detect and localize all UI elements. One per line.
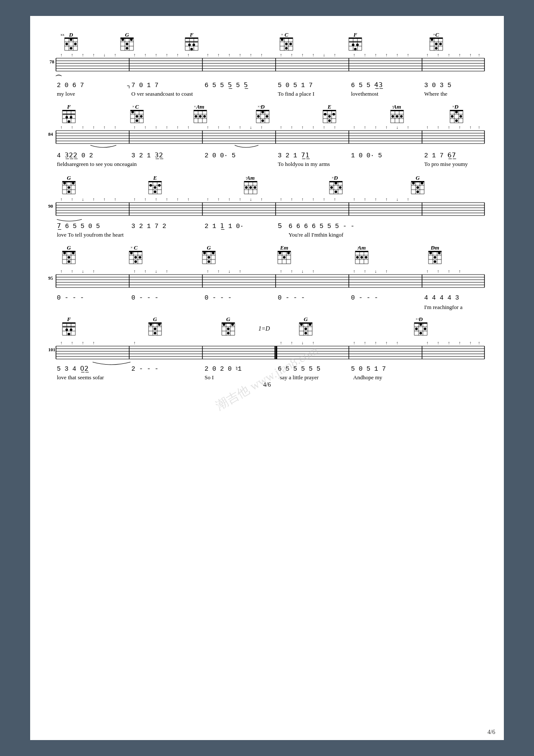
svg-text:↑: ↑ — [353, 125, 355, 130]
svg-text:↑: ↑ — [261, 53, 263, 57]
svg-text:↑: ↑ — [291, 197, 293, 202]
svg-text:78: 78 — [50, 59, 55, 64]
svg-text:↑: ↑ — [280, 197, 282, 202]
svg-text:↑: ↑ — [375, 53, 377, 57]
svg-text:Am: Am — [196, 103, 205, 110]
svg-point-9 — [70, 38, 72, 41]
svg-text:2 1  7  6̲7̲: 2 1 7 6̲7̲ — [424, 152, 456, 159]
svg-text:↑: ↑ — [93, 341, 95, 345]
svg-text:6 6 6 6  5  5 5  -  -: 6 6 6 6 5 5 5 - - — [289, 223, 354, 230]
svg-point-330 — [249, 186, 252, 189]
svg-text:↑: ↑ — [353, 197, 355, 202]
svg-point-598 — [415, 328, 418, 330]
chord-label-G1: G — [125, 31, 129, 38]
svg-text:×: × — [281, 32, 283, 37]
svg-point-203 — [324, 113, 326, 116]
svg-text:love that seems  sofar: love that seems sofar — [57, 374, 104, 381]
svg-text:↑: ↑ — [250, 53, 252, 57]
svg-point-205 — [328, 119, 331, 122]
svg-point-318 — [158, 184, 161, 187]
svg-text:↑: ↑ — [280, 125, 282, 130]
svg-point-230 — [455, 111, 458, 113]
svg-point-61 — [354, 48, 357, 50]
svg-point-315 — [149, 184, 152, 187]
svg-point-193 — [261, 119, 264, 122]
svg-text:↑: ↑ — [448, 125, 450, 130]
svg-text:1 0 0·  5: 1 0 0· 5 — [351, 152, 382, 159]
svg-text:↑: ↑ — [207, 269, 209, 274]
svg-text:↑: ↑ — [448, 53, 450, 57]
svg-text:G: G — [304, 316, 308, 322]
svg-point-35 — [192, 44, 195, 46]
svg-text:3 2 1  7̲1̲: 3 2 1 7̲1̲ — [278, 152, 310, 159]
svg-text:↓: ↓ — [82, 269, 84, 274]
svg-point-316 — [154, 186, 156, 189]
svg-text:↑: ↑ — [353, 269, 355, 274]
svg-point-570 — [227, 328, 230, 330]
svg-text:↑: ↑ — [166, 53, 168, 57]
chord-label-C2: C — [435, 31, 439, 38]
svg-text:↑: ↑ — [448, 269, 450, 274]
svg-text:↑: ↑ — [60, 269, 62, 274]
svg-text:↑: ↑ — [82, 341, 84, 345]
svg-text:↑: ↑ — [407, 53, 409, 57]
svg-text:6  5 5 5  5 5: 6 5 5 5 5 5 — [278, 366, 320, 373]
svg-text:3 2 1  7 2: 3 2 1 7 2 — [131, 223, 166, 230]
svg-point-49 — [285, 47, 288, 50]
svg-text:↑: ↑ — [239, 53, 241, 57]
svg-point-433 — [130, 252, 133, 254]
svg-point-421 — [72, 252, 75, 254]
svg-text:↑: ↑ — [155, 125, 157, 130]
svg-text:C: C — [135, 103, 139, 110]
svg-rect-148 — [62, 113, 75, 115]
svg-text:↑: ↑ — [261, 125, 263, 130]
svg-point-74 — [435, 47, 438, 50]
svg-text:↓: ↓ — [396, 197, 398, 202]
svg-point-48 — [289, 43, 292, 45]
svg-point-435 — [139, 256, 141, 259]
svg-text:Where the: Where the — [424, 91, 447, 97]
svg-text:↓: ↓ — [155, 269, 157, 274]
svg-text:6  5  5 5̲  5 5̲: 6 5 5 5̲ 5 5̲ — [205, 82, 248, 89]
svg-point-206 — [332, 113, 335, 116]
svg-point-46 — [281, 38, 283, 41]
svg-point-191 — [257, 115, 260, 118]
svg-text:↑: ↑ — [353, 341, 355, 345]
svg-rect-464 — [355, 251, 368, 252]
svg-point-571 — [231, 323, 234, 326]
svg-point-358 — [416, 191, 419, 193]
svg-text:↓: ↓ — [82, 197, 84, 202]
svg-text:fieldsaregreen   to  see you o: fieldsaregreen to see you onceagain — [57, 161, 137, 167]
svg-text:Am: Am — [246, 175, 255, 181]
svg-text:↑: ↑ — [291, 269, 293, 274]
svg-text:↑: ↑ — [144, 125, 146, 130]
svg-rect-33 — [185, 41, 198, 43]
svg-point-569 — [223, 323, 225, 326]
svg-point-584 — [304, 328, 307, 330]
svg-point-73 — [439, 43, 442, 45]
svg-point-192 — [266, 115, 268, 118]
svg-point-447 — [208, 256, 210, 259]
svg-text:2 0 2 0 ♮1: 2 0 2 0 ♮1 — [205, 366, 242, 373]
svg-point-357 — [421, 182, 423, 184]
svg-text:↑: ↑ — [60, 53, 62, 57]
svg-text:3 2 1   3̲2̲: 3 2 1 3̲2̲ — [131, 152, 164, 159]
svg-point-344 — [339, 186, 342, 189]
svg-text:↑: ↑ — [334, 125, 336, 130]
svg-text:3  0  3   5: 3 0 3 5 — [424, 82, 451, 89]
svg-text:↑: ↑ — [291, 341, 293, 345]
svg-text:↑: ↑ — [134, 125, 136, 130]
svg-text:xx: xx — [61, 32, 65, 37]
svg-rect-195 — [323, 110, 336, 111]
svg-text:90: 90 — [48, 203, 53, 209]
svg-text:↑: ↑ — [323, 197, 325, 202]
svg-text:↑: ↑ — [312, 53, 314, 57]
svg-text:↑: ↑ — [114, 53, 116, 57]
svg-text:↑: ↑ — [166, 269, 168, 274]
svg-text:↑: ↑ — [396, 341, 398, 345]
svg-text:0  -  -  -: 0 - - - — [57, 294, 84, 302]
svg-text:↑: ↑ — [207, 197, 209, 202]
svg-point-487 — [438, 252, 441, 254]
svg-point-342 — [335, 182, 337, 184]
svg-text:↑: ↑ — [426, 53, 428, 57]
